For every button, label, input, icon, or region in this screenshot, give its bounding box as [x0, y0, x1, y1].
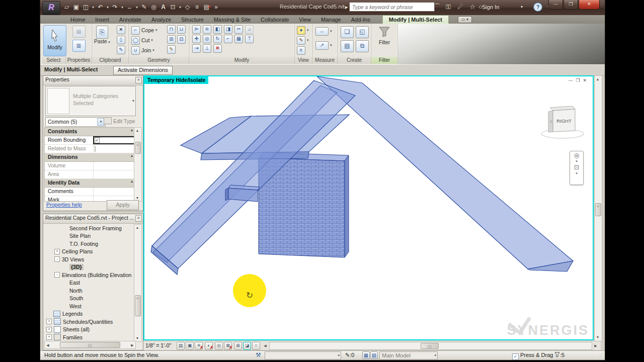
- customize-qat-icon[interactable]: »: [212, 3, 220, 12]
- create-parts-icon[interactable]: ▤: [341, 40, 354, 52]
- tab-structure[interactable]: Structure: [176, 15, 209, 24]
- sync-with-central-icon[interactable]: ◫: [82, 3, 90, 12]
- worksets-icon[interactable]: ⚒: [256, 351, 261, 358]
- measure-button[interactable]: ↔▾: [315, 26, 334, 36]
- tag-icon[interactable]: ◎: [149, 3, 158, 12]
- temporary-hide-isolate-icon[interactable]: ◪: [243, 342, 251, 350]
- tree-item[interactable]: East: [44, 279, 135, 287]
- activate-dimensions-button[interactable]: Activate Dimensions: [113, 66, 173, 75]
- detail-level-icon[interactable]: ▤: [177, 342, 185, 350]
- split-icon[interactable]: ✂: [234, 25, 243, 34]
- tree-item[interactable]: Legends: [44, 310, 135, 318]
- shadows-icon[interactable]: ◐✗: [205, 342, 213, 350]
- modify-button[interactable]: Modify: [43, 25, 66, 56]
- redo-icon[interactable]: ↷: [111, 3, 119, 12]
- resize-grip[interactable]: ⋰: [599, 351, 604, 358]
- modify-panel-label[interactable]: Modify: [189, 57, 295, 64]
- tree-item[interactable]: +Sheets (all): [44, 326, 135, 334]
- override-graphics-button[interactable]: ✎▾: [297, 35, 310, 45]
- editing-requests[interactable]: ✎:0: [345, 351, 354, 358]
- trim-icon[interactable]: ⌐: [224, 35, 232, 43]
- press-drag-checkbox[interactable]: ✓: [512, 353, 519, 360]
- properties-scrollbar[interactable]: ▲ ≡ ▼: [134, 127, 142, 202]
- hscroll-right-arrow[interactable]: ▶: [593, 343, 599, 349]
- tree-item-selected[interactable]: {3D}: [44, 263, 135, 272]
- sync-dropdown-icon[interactable]: ▾: [91, 3, 95, 12]
- tab-massing-site[interactable]: Massing & Site: [209, 15, 256, 24]
- properties-palette-header[interactable]: Properties ✕: [43, 76, 143, 85]
- view-panel-label[interactable]: View: [295, 57, 312, 64]
- tab-home[interactable]: Home: [65, 15, 90, 24]
- properties-palette-icon[interactable]: ▤: [72, 26, 86, 38]
- create-panel-label[interactable]: Create: [338, 57, 371, 64]
- text-icon[interactable]: A: [159, 3, 168, 12]
- expander-icon[interactable]: -: [54, 272, 60, 278]
- property-row[interactable]: Related to Mass: [45, 145, 135, 153]
- design-options-icon[interactable]: ▦: [362, 351, 370, 359]
- communication-center-icon[interactable]: ☄: [455, 2, 466, 12]
- tree-item[interactable]: T.O. Footing: [44, 240, 135, 248]
- offset-icon[interactable]: ≋: [203, 25, 211, 34]
- tree-item[interactable]: North: [44, 287, 135, 295]
- redo-dropdown-icon[interactable]: ▾: [120, 3, 124, 12]
- beam-joins-icon[interactable]: ⊞: [167, 35, 176, 44]
- tree-item[interactable]: Site Plan: [44, 232, 135, 240]
- tree-item[interactable]: +Families: [44, 333, 135, 341]
- hscroll-left-arrow[interactable]: ◀: [262, 343, 268, 349]
- project-browser-header[interactable]: Residential Cape Cod5.rvt - Project ... …: [43, 214, 143, 224]
- application-menu-button[interactable]: R: [42, 1, 60, 15]
- tree-item[interactable]: South: [44, 295, 135, 303]
- view-dropdown-icon[interactable]: ▾: [178, 3, 182, 12]
- properties-filter-select[interactable]: Common (5) ▾: [45, 117, 106, 127]
- align-icon[interactable]: ⊫: [192, 25, 201, 34]
- expander-icon[interactable]: +: [46, 334, 52, 340]
- design-option-select[interactable]: Main Model▾: [379, 351, 438, 359]
- properties-help-link[interactable]: Properties help: [46, 202, 82, 208]
- tab-insert[interactable]: Insert: [90, 15, 114, 24]
- paste-button[interactable]: ⎘ Paste ▾: [94, 26, 110, 44]
- tree-item[interactable]: -Elevations (Building Elevation: [44, 271, 135, 279]
- tab-collaborate[interactable]: Collaborate: [256, 15, 294, 24]
- property-group[interactable]: Identity Data▴: [45, 179, 135, 188]
- tree-item[interactable]: Second Floor Framing: [44, 224, 135, 232]
- wheel-dropdown-icon[interactable]: ▾: [570, 159, 583, 163]
- sign-in-button[interactable]: Sign In: [482, 4, 499, 10]
- tab-modify-multiselect[interactable]: Modify | Multi-Select: [382, 15, 449, 24]
- unjoin-icon[interactable]: ⊟: [177, 35, 186, 44]
- tab-analyze[interactable]: Analyze: [146, 15, 176, 24]
- cut-to-clipboard-icon[interactable]: ✕: [117, 26, 125, 34]
- tab-manage[interactable]: Manage: [316, 15, 346, 24]
- geometry-panel-label[interactable]: Geometry: [129, 57, 189, 64]
- visual-style-icon[interactable]: ▣: [186, 342, 194, 350]
- rotate-icon[interactable]: ↻: [213, 35, 222, 43]
- extend-icon[interactable]: ⇥: [192, 44, 201, 53]
- open-icon[interactable]: ▱: [62, 3, 71, 12]
- type-selector[interactable]: Multiple Categories Selected ▾: [45, 86, 136, 116]
- cut-button[interactable]: ◯Cut▾: [131, 35, 157, 45]
- properties-panel-label[interactable]: Properties: [66, 57, 92, 64]
- select-panel-label[interactable]: Select: [42, 57, 66, 64]
- save-icon[interactable]: ▣: [72, 3, 80, 12]
- drawing-area[interactable]: ↻ RIGHT T SYNERGIS Temporary Hide/Isolat…: [143, 75, 594, 340]
- ribbon-state-toggle[interactable]: ▭ ▾: [458, 16, 472, 23]
- dimension-button[interactable]: ↗▾: [315, 40, 334, 50]
- tab-annotate[interactable]: Annotate: [114, 15, 146, 24]
- zoom-dropdown-icon[interactable]: ▾: [570, 171, 583, 175]
- section-icon[interactable]: ◇: [183, 3, 192, 12]
- expander-icon[interactable]: +: [54, 249, 60, 254]
- create-similar-icon[interactable]: ⧉: [356, 40, 369, 52]
- canvas-vertical-scrollbar[interactable]: ▲ ≡ ▼: [594, 75, 602, 341]
- match-type-icon[interactable]: ✎: [117, 46, 125, 54]
- tree-item[interactable]: +Schedules/Quantities: [44, 318, 135, 326]
- edit-type-button[interactable]: Edit Type: [104, 117, 141, 126]
- copy-icon[interactable]: ◎: [203, 35, 211, 43]
- property-row[interactable]: Room Bounding✓: [45, 136, 135, 145]
- view-restore-icon[interactable]: ❐: [576, 77, 580, 83]
- property-group[interactable]: Constraints▴: [45, 128, 135, 136]
- thin-lines-icon[interactable]: ≡: [193, 3, 201, 12]
- tab-view[interactable]: View: [294, 15, 316, 24]
- property-row[interactable]: Comments: [45, 188, 135, 196]
- demolish-icon[interactable]: ⊔: [177, 25, 186, 34]
- search-input[interactable]: [349, 2, 435, 12]
- property-row[interactable]: Volume: [45, 162, 135, 170]
